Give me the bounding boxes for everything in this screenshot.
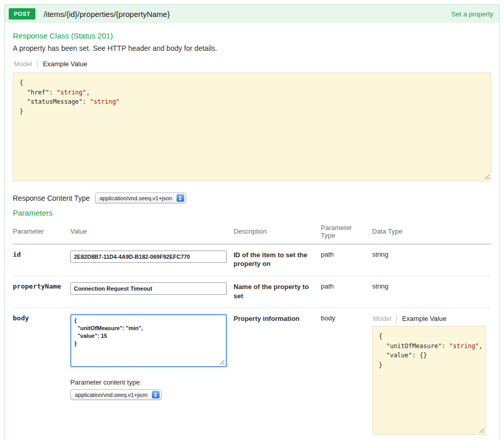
body-model-tabs: Model Example Value [372, 314, 486, 323]
id-value-input[interactable] [70, 251, 227, 263]
operation-panel: POST /items/{id}/properties/{propertyNam… [4, 4, 500, 440]
tab-model[interactable]: Model [13, 60, 37, 68]
parameters-header-row: Parameter Value Description Parameter Ty… [13, 221, 491, 244]
param-name-id: id [13, 244, 70, 276]
body-example-json: { "unitOfMeasure": "string", "value": {}… [379, 332, 479, 370]
parameter-content-type-value: application/vnd.seeq.v1+json [75, 392, 148, 398]
parameters-table: Parameter Value Description Parameter Ty… [13, 221, 491, 440]
parameter-content-type-select[interactable]: application/vnd.seeq.v1+json [70, 389, 162, 400]
column-header-value: Value [70, 221, 234, 244]
param-name-propertyname: propertyName [13, 276, 70, 308]
response-class-description: A property has been set. See HTTP header… [13, 44, 491, 52]
param-name-body: body [13, 308, 70, 440]
param-row-id: id ID of the item to set the property on… [13, 244, 491, 276]
propertyname-value-input[interactable] [70, 282, 227, 295]
operation-header[interactable]: POST /items/{id}/properties/{propertyNam… [5, 5, 499, 23]
param-type-body: body [321, 308, 372, 440]
tab-example-value[interactable]: Example Value [37, 60, 92, 68]
param-description-id: ID of the item to set the property on [234, 244, 321, 276]
tab-model[interactable]: Model [372, 314, 397, 323]
response-class-heading: Response Class (Status 201) [13, 31, 491, 40]
response-example-code-block: { "href": "string", "statusMessage": "st… [13, 72, 491, 181]
data-type-id: string [372, 244, 491, 276]
column-header-parameter: Parameter [13, 221, 70, 244]
body-example-code-block[interactable]: { "unitOfMeasure": "string", "value": {}… [372, 326, 486, 435]
param-type-propertyname: path [321, 276, 372, 308]
operation-content: Response Class (Status 201) A property h… [5, 23, 499, 440]
resize-grip-icon[interactable] [483, 174, 489, 179]
endpoint-path-link[interactable]: /items/{id}/properties/{propertyName} [44, 10, 170, 18]
body-textarea[interactable]: { "unitOfMeasure": "min", "value": 15 } [70, 314, 227, 367]
param-row-propertyname: propertyName Name of the property to set… [13, 276, 491, 308]
response-class-tabs: Model Example Value [13, 60, 491, 68]
data-type-propertyname: string [372, 276, 491, 308]
http-method-badge: POST [9, 8, 35, 20]
column-header-parameter-type: Parameter Type [321, 221, 372, 244]
response-content-type-label: Response Content Type [13, 194, 90, 202]
select-stepper-icon [152, 391, 160, 398]
parameter-content-type-label: Parameter content type: [70, 378, 228, 386]
param-row-body: body { "unitOfMeasure": "min", "value": … [13, 308, 491, 440]
response-content-type-value: application/vnd.seeq.v1+json [100, 195, 172, 201]
response-content-type-select[interactable]: application/vnd.seeq.v1+json [95, 193, 186, 203]
parameters-heading: Parameters [13, 208, 491, 217]
resize-grip-icon[interactable] [478, 427, 484, 433]
tab-example-value[interactable]: Example Value [397, 314, 451, 323]
param-description-body: Property information [234, 308, 321, 440]
param-type-id: path [321, 244, 372, 276]
column-header-description: Description [234, 221, 321, 244]
param-description-propertyname: Name of the property to set [234, 276, 321, 308]
select-stepper-icon [177, 194, 184, 202]
column-header-data-type: Data Type [372, 221, 491, 244]
response-example-json: { "href": "string", "statusMessage": "st… [20, 78, 484, 116]
operation-summary-link[interactable]: Set a property [451, 10, 494, 18]
